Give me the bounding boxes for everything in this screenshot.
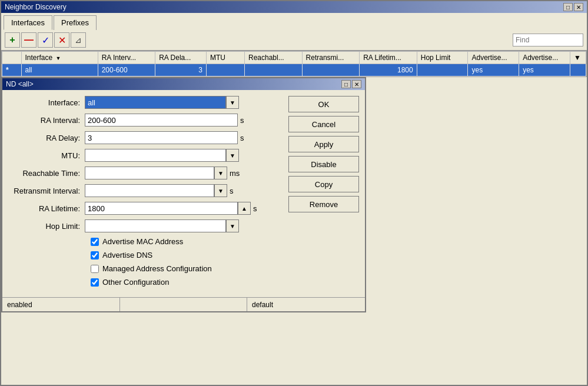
reachable-label: Reachable Time: (8, 169, 85, 178)
retransmit-input[interactable] (85, 184, 214, 197)
tab-interfaces[interactable]: Interfaces (4, 15, 52, 30)
col-reachable[interactable]: Reachabl... (244, 52, 302, 64)
col-expand[interactable]: ▼ (570, 52, 586, 64)
advertise-mac-row: Advertise MAC Address (91, 237, 283, 246)
reachable-dropdown-wrapper: ▼ (85, 167, 227, 179)
nd-dialog: ND <all> □ ✕ Interface: ▼ (1, 77, 366, 312)
mtu-input[interactable] (85, 149, 226, 162)
ok-button[interactable]: OK (288, 96, 359, 112)
row-advertise1: yes (468, 64, 519, 76)
copy-button[interactable]: Copy (288, 176, 359, 192)
close-button[interactable]: ✕ (574, 3, 583, 11)
toolbar: + — ✓ ✕ ⊿ (1, 30, 587, 51)
ra-delay-label: RA Delay: (8, 134, 85, 142)
row-advertise2: yes (519, 64, 570, 76)
managed-addr-checkbox[interactable] (91, 265, 99, 273)
ra-lifetime-unit: s (253, 204, 257, 213)
mtu-dropdown-btn[interactable]: ▼ (226, 149, 239, 162)
col-mtu[interactable]: MTU (206, 52, 244, 64)
hop-limit-dropdown-btn[interactable]: ▼ (226, 219, 239, 232)
dialog-close-button[interactable]: ✕ (352, 80, 361, 88)
tab-bar: Interfaces Prefixes (1, 13, 587, 30)
retransmit-dropdown-btn[interactable]: ▼ (214, 184, 227, 197)
ra-interval-label: RA Interval: (8, 116, 85, 125)
check-button[interactable]: ✓ (38, 32, 53, 48)
dialog-title-text: ND <all> (6, 80, 34, 88)
ra-delay-row: RA Delay: s (8, 131, 283, 144)
advertise-dns-checkbox[interactable] (91, 251, 99, 259)
reachable-row: Reachable Time: ▼ ms (8, 167, 283, 179)
col-hop-limit[interactable]: Hop Limit (417, 52, 468, 64)
row-ra-lifetime: 1800 (360, 64, 417, 76)
other-config-checkbox[interactable] (91, 278, 99, 287)
interface-row: Interface: ▼ (8, 96, 283, 109)
advertise-dns-label: Advertise DNS (102, 251, 152, 259)
col-ra-lifetime[interactable]: RA Lifetim... (360, 52, 417, 64)
status-enabled: enabled (2, 298, 120, 311)
retransmit-unit: s (230, 187, 234, 195)
ra-lifetime-up-btn[interactable]: ▲ (238, 202, 251, 215)
col-interface[interactable]: Interface ▼ (21, 52, 98, 64)
retransmit-dropdown-wrapper: ▼ (85, 184, 227, 197)
mtu-label: MTU: (8, 151, 85, 160)
dialog-buttons: OK Cancel Apply Disable Copy Remove (288, 96, 359, 291)
ra-delay-input[interactable] (85, 131, 238, 144)
retransmit-row: Retransmit Interval: ▼ s (8, 184, 283, 197)
reachable-input[interactable] (85, 167, 214, 179)
content-area: ND <all> □ ✕ Interface: ▼ (1, 77, 587, 385)
ra-lifetime-input[interactable] (85, 202, 238, 215)
cancel-button[interactable]: Cancel (288, 116, 359, 132)
dialog-minimize-button[interactable]: □ (341, 80, 351, 88)
title-bar-buttons: □ ✕ (563, 3, 583, 11)
dialog-status-bar: enabled default (2, 297, 365, 311)
row-ra-interval: 200-600 (98, 64, 155, 76)
cancel-toolbar-button[interactable]: ✕ (54, 32, 69, 48)
filter-button[interactable]: ⊿ (71, 32, 86, 48)
row-retransmit (302, 64, 360, 76)
title-bar: Neighbor Discovery □ ✕ (1, 1, 587, 13)
table-row[interactable]: * all 200-600 3 1800 yes yes (2, 64, 586, 76)
ra-lifetime-row: RA Lifetime: ▲ s (8, 202, 283, 215)
hop-limit-input[interactable] (85, 219, 226, 232)
row-ra-delay: 3 (155, 64, 207, 76)
interface-dropdown-wrapper: ▼ (85, 96, 239, 109)
status-default: default (247, 298, 365, 311)
remove-button[interactable]: — (21, 32, 36, 48)
col-star (2, 52, 22, 64)
col-retransmit[interactable]: Retransmi... (302, 52, 360, 64)
col-advertise2[interactable]: Advertise... (519, 52, 570, 64)
add-button[interactable]: + (5, 32, 20, 48)
ra-interval-input[interactable] (85, 114, 238, 127)
col-ra-delay[interactable]: RA Dela... (155, 52, 207, 64)
hop-limit-label: Hop Limit: (8, 222, 85, 231)
disable-button[interactable]: Disable (288, 156, 359, 172)
form-section: Interface: ▼ RA Interval: s (8, 96, 283, 291)
ra-interval-unit: s (240, 116, 244, 125)
row-star: * (2, 64, 22, 76)
advertise-mac-label: Advertise MAC Address (102, 237, 183, 246)
mtu-dropdown-wrapper: ▼ (85, 149, 239, 162)
interface-label: Interface: (8, 98, 85, 107)
row-extra (570, 64, 586, 76)
col-advertise1[interactable]: Advertise... (468, 52, 519, 64)
hop-limit-dropdown-wrapper: ▼ (85, 219, 239, 232)
apply-button[interactable]: Apply (288, 136, 359, 152)
reachable-dropdown-btn[interactable]: ▼ (214, 167, 227, 179)
interface-input[interactable] (85, 96, 226, 109)
hop-limit-row: Hop Limit: ▼ (8, 219, 283, 232)
retransmit-label: Retransmit Interval: (8, 187, 85, 195)
ra-delay-unit: s (240, 134, 244, 142)
interface-dropdown-btn[interactable]: ▼ (226, 96, 239, 109)
find-input[interactable] (513, 34, 583, 46)
advertise-mac-checkbox[interactable] (91, 238, 99, 246)
tab-prefixes[interactable]: Prefixes (54, 15, 97, 30)
row-interface: all (21, 64, 98, 76)
row-mtu (206, 64, 244, 76)
remove-button[interactable]: Remove (288, 196, 359, 212)
row-reachable (244, 64, 302, 76)
main-window: Neighbor Discovery □ ✕ Interfaces Prefix… (0, 0, 588, 386)
minimize-button[interactable]: □ (563, 3, 573, 11)
interfaces-table: Interface ▼ RA Interv... RA Dela... MTU … (2, 51, 586, 76)
other-config-label: Other Configuration (102, 278, 169, 287)
col-ra-interval[interactable]: RA Interv... (98, 52, 155, 64)
